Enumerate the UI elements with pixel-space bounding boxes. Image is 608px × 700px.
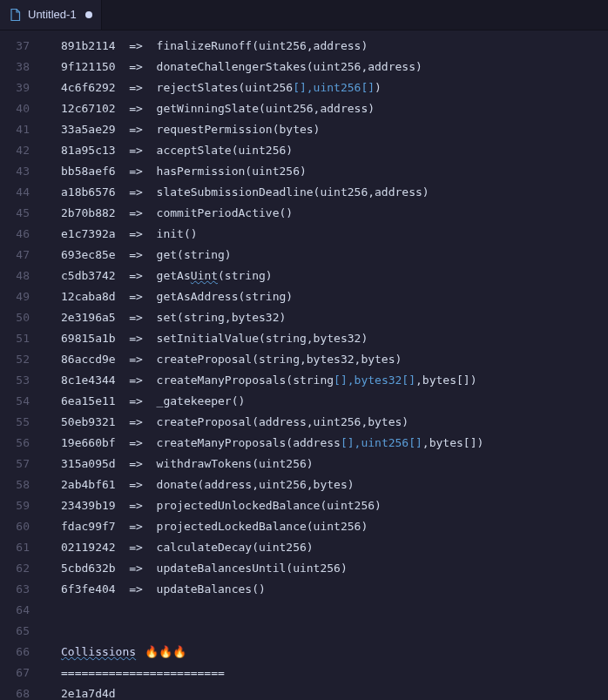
function-signature: donate(address,uint256,bytes): [157, 478, 355, 491]
line-number: 56: [0, 433, 45, 454]
code-line: 69815a1b => setInitialValue(string,bytes…: [61, 328, 608, 349]
tab-modified-indicator: [85, 11, 92, 18]
line-number-gutter: 3738394041424344454647484950515253545556…: [0, 30, 45, 700]
function-selector-hash: 2b70b882: [61, 206, 116, 219]
line-number: 51: [0, 328, 45, 349]
code-line: 693ec85e => get(string): [61, 245, 608, 266]
arrow-operator: =>: [129, 415, 143, 428]
line-number: 50: [0, 307, 45, 328]
function-signature: calculateDecay(uint256): [157, 541, 314, 554]
line-number: 55: [0, 412, 45, 433]
code-line: 2e3196a5 => set(string,bytes32): [61, 307, 608, 328]
code-line: [61, 600, 608, 621]
code-content[interactable]: 891b2114 => finalizeRunoff(uint256,addre…: [45, 30, 608, 700]
code-line: bb58aef6 => hasPermission(uint256): [61, 161, 608, 182]
function-selector-hash: 693ec85e: [61, 248, 116, 261]
line-number: 43: [0, 161, 45, 182]
code-line: 33a5ae29 => requestPermission(bytes): [61, 119, 608, 140]
function-selector-hash: 4c6f6292: [61, 81, 116, 94]
code-editor[interactable]: 3738394041424344454647484950515253545556…: [0, 30, 608, 700]
arrow-operator: =>: [129, 185, 143, 199]
separator-line: ========================: [61, 666, 225, 679]
function-signature: requestPermission(bytes): [157, 123, 321, 136]
tab-label: Untitled-1: [28, 4, 77, 25]
line-number: 61: [0, 537, 45, 558]
code-line: 12c67102 => getWinningSlate(uint256,addr…: [61, 98, 608, 119]
function-selector-hash: 12caba8d: [61, 290, 116, 303]
function-signature: init(): [157, 227, 198, 240]
function-signature: projectedLockedBalance(uint256): [157, 520, 368, 533]
arrow-operator: =>: [129, 206, 143, 219]
line-number: 37: [0, 36, 45, 57]
arrow-operator: =>: [129, 520, 143, 533]
arrow-operator: =>: [129, 311, 143, 324]
code-line: 6ea15e11 => _gatekeeper(): [61, 391, 608, 412]
function-selector-hash: 12c67102: [61, 102, 116, 115]
line-number: 47: [0, 245, 45, 266]
function-signature: ,bytes[]): [415, 374, 476, 387]
function-selector-hash: 23439b19: [61, 499, 116, 512]
arrow-operator: =>: [129, 582, 143, 596]
arrow-operator: =>: [129, 248, 143, 261]
function-signature: createManyProposals(string: [157, 374, 334, 387]
array-type-token: [],uint256[]: [293, 81, 375, 94]
code-line: 86accd9e => createProposal(string,bytes3…: [61, 349, 608, 370]
tab-untitled[interactable]: Untitled-1: [0, 0, 102, 30]
code-line: 81a95c13 => acceptSlate(uint256): [61, 140, 608, 161]
collisions-label: Collissions: [61, 645, 136, 658]
function-selector-hash: 69815a1b: [61, 332, 116, 345]
code-line: 5cbd632b => updateBalancesUntil(uint256): [61, 558, 608, 579]
arrow-operator: =>: [129, 436, 143, 449]
code-line: 2ab4bf61 => donate(address,uint256,bytes…: [61, 475, 608, 495]
function-selector-hash: 86accd9e: [61, 353, 116, 366]
function-selector-hash: 2e3196a5: [61, 311, 116, 324]
line-number: 42: [0, 140, 45, 161]
function-signature: _gatekeeper(): [157, 394, 246, 407]
function-signature: createManyProposals(address: [157, 436, 341, 449]
code-line: 02119242 => calculateDecay(uint256): [61, 537, 608, 558]
arrow-operator: =>: [129, 102, 143, 115]
line-number: 60: [0, 516, 45, 537]
line-number: 59: [0, 495, 45, 516]
arrow-operator: =>: [129, 290, 143, 303]
line-number: 44: [0, 182, 45, 203]
line-number: 66: [0, 642, 45, 663]
function-selector-hash: 6ea15e11: [61, 394, 116, 407]
function-selector-hash: 5cbd632b: [61, 562, 116, 575]
function-selector-hash: bb58aef6: [61, 165, 116, 178]
function-signature: createProposal(address,uint256,bytes): [157, 415, 409, 428]
function-signature: rejectSlates(uint256: [157, 81, 294, 94]
code-line: 8c1e4344 => createManyProposals(string[]…: [61, 370, 608, 391]
function-selector-hash: 2ab4bf61: [61, 478, 116, 491]
array-type-token: [],uint256[]: [341, 436, 422, 449]
arrow-operator: =>: [129, 541, 143, 554]
code-line: [61, 621, 608, 642]
code-line: fdac99f7 => projectedLockedBalance(uint2…: [61, 516, 608, 537]
function-signature: getWinningSlate(uint256,address): [157, 102, 375, 115]
tab-bar: Untitled-1: [0, 0, 608, 30]
function-selector-hash: 9f121150: [61, 60, 116, 73]
function-signature: acceptSlate(uint256): [157, 144, 294, 157]
code-line: 12caba8d => getAsAddress(string): [61, 286, 608, 307]
line-number: 68: [0, 683, 45, 700]
code-line: 891b2114 => finalizeRunoff(uint256,addre…: [61, 36, 608, 57]
function-signature: commitPeriodActive(): [157, 206, 294, 219]
code-line: 2b70b882 => commitPeriodActive(): [61, 203, 608, 224]
line-number: 64: [0, 600, 45, 621]
function-selector-hash: 315a095d: [61, 457, 116, 470]
collision-hash: 2e1a7d4d: [61, 687, 116, 700]
function-signature: getAsAddress(string): [157, 290, 294, 303]
line-number: 46: [0, 224, 45, 245]
function-selector-hash: 6f3fe404: [61, 582, 116, 596]
arrow-operator: =>: [129, 353, 143, 366]
arrow-operator: =>: [129, 374, 143, 387]
function-selector-hash: fdac99f7: [61, 520, 116, 533]
line-number: 58: [0, 475, 45, 495]
code-line: e1c7392a => init(): [61, 224, 608, 245]
code-line: 50eb9321 => createProposal(address,uint2…: [61, 412, 608, 433]
function-selector-hash: 02119242: [61, 541, 116, 554]
function-selector-hash: 8c1e4344: [61, 374, 116, 387]
arrow-operator: =>: [129, 562, 143, 575]
code-line: 19e660bf => createManyProposals(address[…: [61, 433, 608, 454]
function-selector-hash: 33a5ae29: [61, 123, 116, 136]
